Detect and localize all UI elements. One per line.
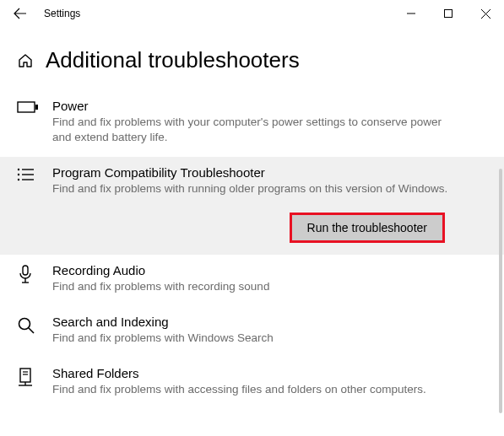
search-icon [17, 316, 35, 346]
svg-point-8 [18, 174, 19, 175]
troubleshooter-shared-folders[interactable]: Shared Folders Find and fix problems wit… [17, 358, 487, 409]
svg-point-15 [19, 318, 30, 329]
troubleshooter-search-indexing[interactable]: Search and Indexing Find and fix problem… [17, 306, 487, 358]
item-desc: Find and fix problems with accessing fil… [52, 382, 487, 397]
item-name: Search and Indexing [52, 315, 487, 329]
svg-rect-17 [20, 369, 30, 382]
server-icon [17, 368, 34, 397]
troubleshooter-power[interactable]: Power Find and fix problems with your co… [17, 90, 487, 157]
page-title: Additional troubleshooters [46, 47, 300, 73]
maximize-button[interactable] [430, 0, 467, 27]
window-controls [393, 0, 504, 27]
back-button[interactable] [5, 0, 35, 27]
svg-rect-4 [18, 102, 35, 112]
arrow-left-icon [14, 7, 27, 20]
item-desc: Find and fix problems with running older… [52, 181, 487, 196]
svg-rect-5 [35, 105, 38, 110]
svg-point-10 [18, 179, 19, 180]
battery-icon [17, 100, 39, 145]
item-desc: Find and fix problems with Windows Searc… [52, 331, 487, 346]
maximize-icon [444, 9, 453, 18]
run-troubleshooter-button[interactable]: Run the troubleshooter [290, 213, 445, 243]
list-icon [17, 167, 35, 242]
item-desc: Find and fix problems with your computer… [52, 115, 487, 145]
page-header: Additional troubleshooters [17, 47, 487, 73]
scrollbar[interactable] [499, 169, 502, 413]
item-name: Shared Folders [52, 366, 487, 380]
item-name: Recording Audio [52, 263, 487, 277]
troubleshooter-program-compatibility[interactable]: Program Compatibility Troubleshooter Fin… [0, 157, 504, 254]
svg-rect-1 [445, 10, 453, 18]
minimize-icon [407, 9, 415, 18]
close-button[interactable] [467, 0, 504, 27]
content-area: Additional troubleshooters Power Find an… [0, 27, 504, 409]
troubleshooter-recording-audio[interactable]: Recording Audio Find and fix problems wi… [17, 255, 487, 306]
item-name: Program Compatibility Troubleshooter [52, 165, 487, 180]
item-name: Power [52, 99, 487, 113]
window-title: Settings [44, 8, 80, 19]
microphone-icon [17, 265, 34, 294]
minimize-button[interactable] [393, 0, 430, 27]
svg-rect-12 [23, 266, 28, 275]
svg-point-6 [18, 169, 19, 170]
item-desc: Find and fix problems with recording sou… [52, 279, 487, 294]
home-icon[interactable] [17, 52, 34, 69]
titlebar: Settings [0, 0, 504, 27]
svg-line-16 [29, 328, 34, 333]
close-icon [481, 9, 490, 19]
